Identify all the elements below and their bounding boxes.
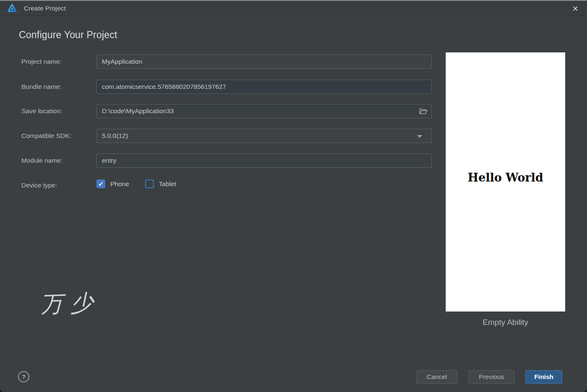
save-location-row: Save location:	[0, 104, 432, 118]
template-caption: Empty Ability	[446, 318, 565, 327]
checkbox-unchecked-icon	[145, 179, 154, 188]
bundle-name-input[interactable]	[96, 80, 432, 94]
phone-checkbox-label: Phone	[110, 180, 129, 188]
page-title: Configure Your Project	[19, 29, 117, 41]
title-bar: Create Project ✕	[0, 0, 587, 16]
module-name-row: Module name:	[0, 153, 432, 168]
checkbox-checked-icon: ✓	[96, 179, 105, 188]
bundle-name-label: Bundle name:	[21, 80, 62, 94]
compatible-sdk-value: 5.0.0(12)	[102, 132, 128, 140]
save-location-label: Save location:	[21, 104, 62, 118]
deveco-logo-icon	[7, 3, 17, 13]
project-name-row: Project name:	[0, 55, 432, 69]
cancel-button[interactable]: Cancel	[416, 370, 457, 384]
compatible-sdk-row: Compatible SDK: 5.0.0(12)	[0, 129, 432, 143]
previous-button[interactable]: Previous	[468, 370, 514, 384]
create-project-dialog: Create Project ✕ Configure Your Project …	[0, 0, 587, 392]
compatible-sdk-label: Compatible SDK:	[21, 129, 71, 143]
module-name-label: Module name:	[21, 153, 62, 168]
project-name-label: Project name:	[21, 55, 62, 69]
device-type-label: Device type:	[21, 178, 57, 192]
finish-button[interactable]: Finish	[525, 370, 562, 384]
template-preview-panel: Hello World	[446, 52, 565, 312]
watermark-text: 万少	[40, 288, 101, 320]
device-type-phone-checkbox[interactable]: ✓ Phone	[96, 179, 129, 188]
close-icon[interactable]: ✕	[569, 3, 582, 15]
save-location-input[interactable]	[96, 104, 432, 118]
device-type-tablet-checkbox[interactable]: Tablet	[145, 179, 176, 188]
bundle-name-row: Bundle name:	[0, 80, 432, 94]
compatible-sdk-select[interactable]: 5.0.0(12)	[96, 129, 432, 143]
browse-folder-icon[interactable]	[419, 107, 428, 115]
help-icon[interactable]: ?	[18, 371, 29, 382]
device-type-row: Device type: ✓ Phone Tablet	[0, 178, 432, 192]
tablet-checkbox-label: Tablet	[159, 180, 176, 188]
module-name-input[interactable]	[96, 153, 432, 168]
chevron-down-icon	[417, 135, 422, 138]
project-name-input[interactable]	[96, 55, 432, 69]
preview-hello-world-text: Hello World	[446, 171, 565, 184]
window-title: Create Project	[24, 5, 66, 12]
footer-bar: ? Cancel Previous Finish	[0, 361, 587, 392]
